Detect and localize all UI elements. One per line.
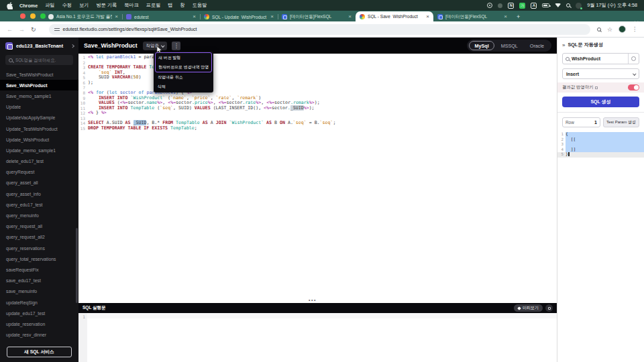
search-icon[interactable]: [597, 27, 601, 32]
address-bar[interactable]: edutest.flextudio.com/settings/dev/flexs…: [49, 24, 590, 35]
sidebar-item-Update_memo_sample1[interactable]: Update_memo_sample1: [0, 145, 78, 156]
table-search-input[interactable]: [572, 56, 621, 61]
db-tab-mssql[interactable]: MSSQL: [496, 41, 523, 50]
profile-avatar[interactable]: [619, 25, 626, 33]
wifi-icon[interactable]: [555, 3, 561, 7]
menubar-item[interactable]: 창: [180, 2, 184, 9]
back-icon[interactable]: ←: [7, 26, 13, 33]
close-tab-icon[interactable]: ×: [193, 15, 196, 19]
menubar-item[interactable]: Chrome: [19, 3, 38, 9]
collapse-panel-icon[interactable]: »: [562, 42, 565, 48]
menubar-item[interactable]: 프로필: [146, 2, 161, 9]
menubar-item[interactable]: 파일: [45, 2, 54, 9]
sidebar-item-Update[interactable]: Update: [0, 102, 78, 113]
preview-button[interactable]: 미리보기: [514, 304, 543, 312]
apply-result-toggle[interactable]: [628, 84, 639, 90]
chrome-menu-icon[interactable]: ⋮: [632, 26, 637, 32]
table-search-box[interactable]: [562, 53, 639, 64]
refresh-button[interactable]: [628, 54, 639, 64]
close-tab-icon[interactable]: ×: [270, 15, 274, 19]
forward-icon[interactable]: →: [19, 26, 25, 33]
sql-search-box[interactable]: [5, 55, 73, 65]
sql-search-input[interactable]: [15, 58, 69, 62]
menu-item[interactable]: 새 버전 발행: [156, 53, 211, 62]
menubar-item[interactable]: 방문 기록: [96, 2, 117, 9]
apple-logo-icon[interactable]: [7, 2, 13, 9]
user-switcher-icon[interactable]: [576, 3, 582, 9]
sidebar-item-Save_WishProduct[interactable]: Save_WishProduct: [0, 80, 78, 90]
menubar-item[interactable]: 수정: [62, 2, 72, 9]
minimize-window-button[interactable]: [30, 13, 36, 19]
input-source-icon[interactable]: A: [531, 3, 537, 9]
sidebar-item-query_total_reservations[interactable]: query_total_reservations: [0, 253, 78, 264]
spotlight-icon[interactable]: [566, 3, 570, 7]
battery-icon[interactable]: [542, 3, 549, 7]
browser-tab[interactable]: [데이터연동]FlexSQL×: [278, 12, 356, 21]
reload-icon[interactable]: ↻: [31, 26, 36, 33]
sidebar-item-update_reservation[interactable]: update_reservation: [0, 318, 78, 329]
sql-code-editor[interactable]: 1<% let paramBlock1 = param23CREATE TEMP…: [78, 54, 557, 303]
chevron-right-icon[interactable]: [70, 44, 74, 48]
sidebar-item-query_edu17_test[interactable]: query_edu17_test: [0, 199, 78, 210]
notion-icon[interactable]: N: [508, 3, 514, 9]
sidebar-item-query_reservations[interactable]: query_reservations: [0, 243, 78, 253]
menu-item[interactable]: 삭제: [155, 82, 212, 91]
browser-tab[interactable]: edutest×: [122, 12, 200, 21]
info-icon[interactable]: [595, 86, 598, 89]
browser-tab[interactable]: Asia No.1 로우코드 개발 플랫폼 |×: [44, 12, 122, 21]
more-actions-button[interactable]: ⋮: [172, 42, 180, 50]
copy-button[interactable]: [545, 304, 553, 312]
sidebar-item-update_resv_dinner[interactable]: update_resv_dinner: [0, 330, 78, 341]
sidebar-item-save_menuinfo[interactable]: save_menuinfo: [0, 286, 78, 297]
pane-resize-handle[interactable]: •••: [309, 298, 317, 302]
sidebar-item-UpdateVacApplySample[interactable]: UpdateVacApplySample: [0, 113, 78, 123]
sidebar-item-updateReqSign[interactable]: updateReqSign: [0, 297, 78, 308]
menubar-item[interactable]: 도움말: [193, 2, 207, 9]
close-tab-icon[interactable]: ×: [504, 15, 507, 19]
sidebar-item-Update_TestWishProduct[interactable]: Update_TestWishProduct: [0, 123, 78, 134]
sidebar-item-Update_WishProduct[interactable]: Update_WishProduct: [0, 134, 78, 145]
close-window-button[interactable]: [20, 13, 25, 19]
row-count-input[interactable]: Row 1: [562, 117, 600, 127]
menu-item[interactable]: 현재버전으로 변경내역 반영: [156, 62, 211, 72]
url-text[interactable]: edutest.flextudio.com/settings/dev/flexs…: [63, 27, 197, 32]
bookmark-icon[interactable]: ☆: [607, 26, 612, 33]
sidebar-item-Save_memo_sample1[interactable]: Save_memo_sample1: [0, 90, 78, 101]
sidebar-item-update_edu17_test[interactable]: update_edu17_test: [0, 308, 78, 318]
browser-tab[interactable]: [데이터연동]FlexSQL×: [433, 12, 511, 21]
close-tab-icon[interactable]: ×: [348, 15, 352, 19]
close-tab-icon[interactable]: ×: [115, 15, 118, 19]
tenant-header[interactable]: edu123_BasicTenant: [0, 38, 78, 53]
menubar-item[interactable]: 북마크: [124, 2, 139, 9]
browser-tab[interactable]: SQL - Update_WishProduct×: [200, 12, 278, 21]
new-sql-service-button[interactable]: 새 SQL 서비스: [7, 347, 72, 357]
sidebar-item-query_menuinfo[interactable]: query_menuinfo: [0, 210, 78, 221]
menubar-clock[interactable]: 9월 17일 (수) 오후 4:58: [587, 2, 637, 9]
site-settings-icon[interactable]: [54, 27, 60, 32]
sidebar-item-query_request_all2[interactable]: query_request_all2: [0, 232, 78, 243]
db-tab-mysql[interactable]: MySql: [469, 41, 494, 50]
sidebar-item-Save_TestWishProduct[interactable]: Save_TestWishProduct: [0, 69, 78, 80]
sql-result-editor[interactable]: 1: [78, 313, 557, 362]
sidebar-item-query_asset_info[interactable]: query_asset_info: [0, 188, 78, 199]
test-param-button[interactable]: Test Param 생성: [603, 117, 639, 127]
close-tab-icon[interactable]: ×: [426, 15, 429, 19]
generate-sql-button[interactable]: SQL 생성: [562, 97, 639, 107]
sidebar-item-query_request_all[interactable]: query_request_all: [0, 221, 78, 232]
browser-tab[interactable]: SQL - Save_WishProduct×: [356, 11, 433, 21]
db-tab-oracle[interactable]: Oracle: [525, 41, 549, 50]
sidebar-item-queryRequest[interactable]: queryRequest: [0, 167, 78, 178]
new-tab-button[interactable]: +: [517, 12, 520, 21]
menubar-item[interactable]: 탭: [168, 2, 172, 9]
sidebar-item-save_edu17_test[interactable]: save_edu17_test: [0, 276, 78, 286]
menubar-item[interactable]: 보기: [79, 2, 89, 9]
sidebar-item-query_asset_all[interactable]: query_asset_all: [0, 178, 78, 188]
status-select[interactable]: 작업중: [143, 42, 168, 50]
korean-input-icon[interactable]: 가: [519, 3, 525, 9]
screen-record-icon[interactable]: [487, 3, 492, 8]
statement-type-select[interactable]: Insert: [562, 68, 639, 79]
menu-item[interactable]: 작업내용 취소: [155, 72, 212, 82]
sidebar-item-saveRequestFix[interactable]: saveRequestFix: [0, 264, 78, 275]
sidebar-item-delete_edu17_test[interactable]: delete_edu17_test: [0, 156, 78, 167]
sidebar-scrollbar[interactable]: [76, 228, 78, 303]
